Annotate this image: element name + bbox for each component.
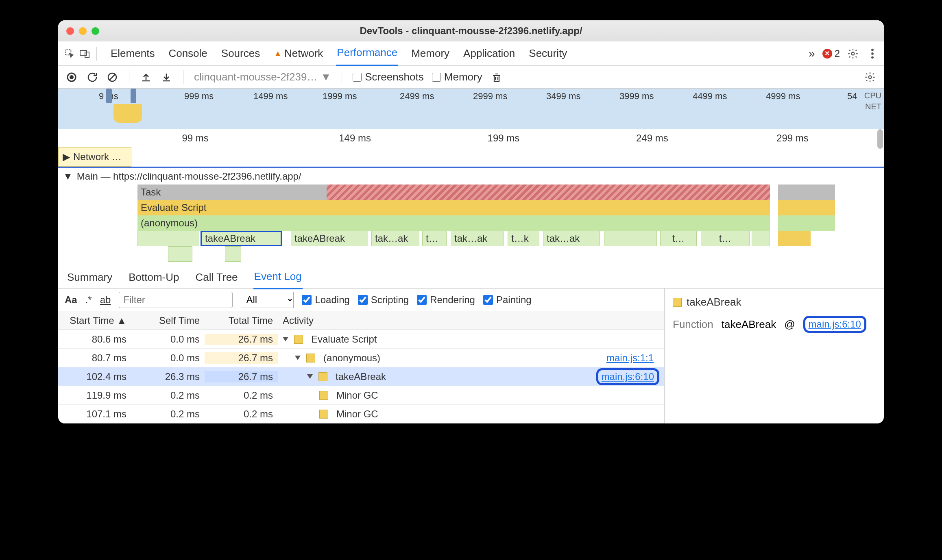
table-row[interactable]: 119.9 ms0.2 ms0.2 msMinor GC	[58, 386, 664, 405]
table-row[interactable]: 80.6 ms0.0 ms26.7 msEvaluate Script	[58, 330, 664, 349]
cell-total-time: 26.7 ms	[205, 371, 278, 382]
regex-icon[interactable]: .*	[85, 294, 92, 306]
tab-network[interactable]: ▲Network	[273, 41, 324, 66]
separator	[183, 70, 183, 84]
flame-call[interactable]: tak…ak	[451, 231, 504, 246]
source-link[interactable]: main.js:1:1	[606, 352, 659, 364]
memory-checkbox[interactable]: Memory	[432, 71, 482, 83]
flame-call[interactable]: takeABreak	[291, 231, 368, 246]
recording-select[interactable]: clinquant-mousse-2f239…▼	[194, 71, 331, 83]
flame-task[interactable]	[778, 184, 835, 200]
tab-elements[interactable]: Elements	[110, 41, 155, 66]
screenshots-checkbox-input[interactable]	[353, 73, 362, 82]
tab-memory[interactable]: Memory	[410, 41, 450, 66]
flame-bar[interactable]	[778, 200, 835, 215]
tab-application[interactable]: Application	[462, 41, 516, 66]
flame-call[interactable]	[168, 246, 192, 262]
overview-window-handle-left[interactable]	[106, 89, 112, 103]
screenshots-checkbox[interactable]: Screenshots	[353, 71, 424, 83]
scripting-checkbox-input[interactable]	[358, 295, 368, 305]
source-link[interactable]: main.js:6:10	[596, 368, 659, 385]
loading-label: Loading	[315, 294, 349, 306]
painting-checkbox-input[interactable]	[483, 295, 493, 305]
event-log-table-area: Aa .* ab All Loading Scripting Rendering…	[58, 289, 664, 423]
inspect-element-icon[interactable]	[63, 47, 76, 60]
kebab-menu-icon[interactable]	[866, 47, 879, 60]
main-track-header[interactable]: ▼ Main — https://clinquant-mousse-2f2396…	[58, 167, 884, 184]
flame-task[interactable]: Task	[137, 184, 327, 200]
flame-chart[interactable]: Task Evaluate Script (anonymous) takeABr…	[58, 184, 884, 266]
flame-call[interactable]: t…k	[508, 231, 539, 246]
recording-select-label: clinquant-mousse-2f239…	[194, 71, 318, 83]
match-case-icon[interactable]: Aa	[65, 294, 77, 306]
tab-call-tree[interactable]: Call Tree	[195, 266, 239, 289]
disclosure-triangle-icon[interactable]	[283, 337, 288, 341]
col-total-time[interactable]: Total Time	[205, 315, 278, 326]
disclosure-triangle-icon[interactable]	[307, 374, 313, 379]
collect-garbage-button[interactable]	[491, 71, 503, 83]
tab-console[interactable]: Console	[168, 41, 208, 66]
settings-icon[interactable]	[846, 47, 859, 60]
flame-bar[interactable]	[778, 231, 811, 246]
zoom-window-button[interactable]	[92, 27, 99, 35]
tab-security[interactable]: Security	[528, 41, 568, 66]
category-select[interactable]: All	[241, 292, 294, 308]
flame-call[interactable]: tak…ak	[543, 231, 600, 246]
timeline-ruler[interactable]: 99 ms 149 ms 199 ms 249 ms 299 ms	[58, 129, 884, 147]
timeline-overview[interactable]: 9 ms 999 ms 1499 ms 1999 ms 2499 ms 2999…	[58, 89, 884, 129]
details-source-link[interactable]: main.js:6:10	[803, 316, 866, 333]
tabs-overflow-button[interactable]: »	[808, 41, 816, 66]
scrollbar-thumb[interactable]	[877, 129, 883, 149]
close-window-button[interactable]	[66, 27, 74, 35]
col-start-time[interactable]: Start Time ▲	[58, 315, 131, 326]
device-toolbar-icon[interactable]	[78, 47, 92, 60]
flame-task-long[interactable]	[327, 184, 770, 200]
col-self-time[interactable]: Self Time	[131, 315, 205, 326]
match-whole-word-icon[interactable]: ab	[100, 294, 111, 306]
rendering-checkbox[interactable]: Rendering	[417, 294, 475, 306]
tabbar-right: » ✕ 2	[808, 41, 879, 66]
table-row[interactable]: 107.1 ms0.2 ms0.2 msMinor GC	[58, 405, 664, 423]
rendering-checkbox-input[interactable]	[417, 295, 427, 305]
table-row[interactable]: 80.7 ms0.0 ms26.7 ms(anonymous)main.js:1…	[58, 349, 664, 367]
flame-call[interactable]: t…	[660, 231, 697, 246]
network-track-header[interactable]: ▶ Network …	[58, 147, 131, 167]
filter-input[interactable]	[119, 292, 233, 308]
flame-call[interactable]	[225, 246, 241, 262]
flame-call[interactable]	[137, 231, 199, 246]
download-button[interactable]	[160, 71, 172, 83]
table-row[interactable]: 102.4 ms26.3 ms26.7 mstakeABreakmain.js:…	[58, 367, 664, 386]
tab-sources[interactable]: Sources	[220, 41, 261, 66]
memory-checkbox-input[interactable]	[432, 73, 441, 82]
flame-call[interactable]	[752, 231, 770, 246]
scripting-checkbox[interactable]: Scripting	[358, 294, 409, 306]
disclosure-triangle-icon[interactable]	[295, 356, 301, 360]
minimize-window-button[interactable]	[79, 27, 87, 35]
upload-button[interactable]	[140, 71, 152, 83]
svg-point-5	[871, 52, 874, 55]
overview-window-handle-right[interactable]	[131, 89, 136, 103]
flame-call-selected[interactable]: takeABreak	[201, 231, 282, 246]
clear-button[interactable]	[106, 71, 118, 83]
col-activity[interactable]: Activity	[278, 315, 664, 326]
details-split: Aa .* ab All Loading Scripting Rendering…	[58, 289, 884, 423]
cell-self-time: 0.0 ms	[131, 334, 205, 345]
tab-bottom-up[interactable]: Bottom-Up	[128, 266, 180, 289]
loading-checkbox[interactable]: Loading	[302, 294, 349, 306]
flame-bar[interactable]	[778, 215, 835, 231]
flame-call[interactable]: tak…ak	[371, 231, 419, 246]
flame-call[interactable]: t…	[422, 231, 447, 246]
painting-checkbox[interactable]: Painting	[483, 294, 532, 306]
reload-record-button[interactable]	[86, 71, 98, 83]
tab-summary[interactable]: Summary	[66, 266, 113, 289]
flame-evaluate-script[interactable]: Evaluate Script	[137, 200, 770, 215]
flame-call[interactable]: t…	[701, 231, 750, 246]
tab-event-log[interactable]: Event Log	[253, 265, 303, 289]
error-count[interactable]: ✕ 2	[822, 48, 840, 59]
capture-settings-icon[interactable]	[864, 71, 877, 84]
tab-performance[interactable]: Performance	[336, 41, 398, 66]
flame-call[interactable]	[604, 231, 657, 246]
loading-checkbox-input[interactable]	[302, 295, 312, 305]
record-button[interactable]	[65, 71, 78, 83]
flame-anonymous[interactable]: (anonymous)	[137, 215, 770, 231]
